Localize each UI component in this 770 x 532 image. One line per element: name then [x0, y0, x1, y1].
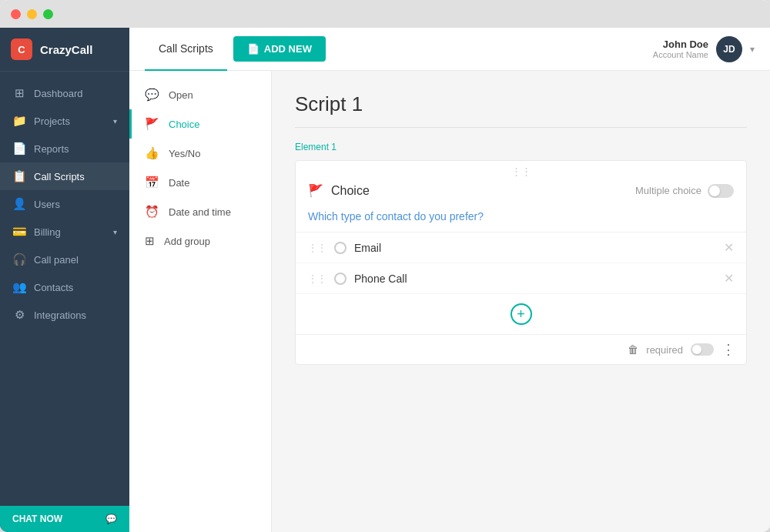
user-menu-chevron-icon[interactable]: ▾ — [750, 44, 755, 55]
sidebar-label-reports: Reports — [34, 143, 69, 155]
sidebar-label-integrations: Integrations — [34, 309, 86, 321]
sidebar-item-users[interactable]: 👤 Users — [0, 190, 129, 218]
maximize-dot[interactable] — [43, 9, 53, 19]
choice-icon: 🚩 — [145, 117, 159, 131]
sidebar-item-billing[interactable]: 💳 Billing ▾ — [0, 218, 129, 246]
minimize-dot[interactable] — [27, 9, 37, 19]
sidebar-item-call-panel[interactable]: 🎧 Call panel — [0, 246, 129, 273]
multiple-choice-toggle[interactable] — [708, 184, 734, 198]
drag-handle[interactable]: ⋮⋮ — [296, 161, 746, 179]
dashboard-icon: ⊞ — [12, 86, 26, 100]
required-toggle-knob — [692, 345, 701, 354]
sidebar-item-dashboard[interactable]: ⊞ Dashboard — [0, 79, 129, 107]
sidebar-label-call-panel: Call panel — [34, 254, 79, 266]
call-panel-icon: 🎧 — [12, 253, 26, 266]
sidebar-label-dashboard: Dashboard — [34, 88, 83, 99]
option-radio-1[interactable] — [334, 242, 346, 254]
panel-label-choice: Choice — [169, 119, 199, 130]
main-content: Call Scripts 📄 ADD NEW John Doe Account … — [129, 28, 770, 532]
add-circle-icon: + — [511, 303, 532, 325]
user-info: John Doe Account Name JD ▾ — [653, 36, 755, 62]
sidebar-label-call-scripts: Call Scripts — [34, 171, 85, 182]
sidebar-item-reports[interactable]: 📄 Reports — [0, 135, 129, 162]
panel-label-yes-no: Yes/No — [169, 148, 200, 159]
yes-no-icon: 👍 — [145, 146, 159, 160]
element-label: Element 1 — [295, 142, 747, 152]
sidebar: C CrazyCall ⊞ Dashboard 📁 Projects ▾ 📄 R… — [0, 28, 129, 532]
header-tabs: Call Scripts — [145, 28, 227, 71]
chat-icon: 💬 — [105, 514, 117, 524]
sidebar-item-projects[interactable]: 📁 Projects ▾ — [0, 107, 129, 135]
header: Call Scripts 📄 ADD NEW John Doe Account … — [129, 28, 770, 71]
panel-label-date: Date — [169, 177, 189, 189]
option-delete-1[interactable]: ✕ — [724, 240, 734, 255]
script-title: Script 1 — [295, 92, 747, 128]
add-new-button[interactable]: 📄 ADD NEW — [233, 36, 326, 62]
logo-title: CrazyCall — [40, 43, 92, 56]
projects-chevron-icon: ▾ — [113, 117, 117, 125]
multiple-choice-label: Multiple choice — [635, 185, 701, 196]
add-option-button[interactable]: + — [296, 294, 746, 334]
chat-now-button[interactable]: CHAT NOW 💬 — [0, 506, 129, 532]
date-time-icon: ⏰ — [145, 205, 159, 219]
integrations-icon: ⚙ — [12, 308, 26, 322]
open-icon: 💬 — [145, 88, 159, 102]
logo-icon: C — [11, 38, 32, 60]
chat-now-label: CHAT NOW — [12, 514, 62, 524]
panel-item-add-group[interactable]: ⊞ Add group — [129, 226, 271, 256]
sidebar-item-integrations[interactable]: ⚙ Integrations — [0, 301, 129, 329]
choice-option-2: ⋮⋮ Phone Call ✕ — [296, 263, 746, 294]
panel-item-choice[interactable]: 🚩 Choice — [129, 109, 271, 139]
required-toggle[interactable] — [691, 343, 714, 356]
tab-call-scripts[interactable]: Call Scripts — [145, 28, 227, 71]
billing-icon: 💳 — [12, 225, 26, 239]
choice-card: ⋮⋮ 🚩 Choice Multiple choice Which type o… — [295, 160, 747, 365]
user-account: Account Name — [653, 50, 708, 59]
required-label: required — [646, 344, 683, 356]
panel-item-date-time[interactable]: ⏰ Date and time — [129, 197, 271, 226]
card-question[interactable]: Which type of contact do you prefer? — [296, 207, 746, 232]
more-options-icon[interactable]: ⋮ — [721, 341, 735, 358]
delete-card-icon[interactable]: 🗑 — [628, 343, 638, 356]
reports-icon: 📄 — [12, 142, 26, 156]
sidebar-item-call-scripts[interactable]: 📋 Call Scripts — [0, 162, 129, 190]
users-icon: 👤 — [12, 197, 26, 211]
script-area: Script 1 Element 1 ⋮⋮ 🚩 Choice Multiple … — [272, 71, 770, 532]
toggle-knob — [709, 186, 720, 196]
billing-chevron-icon: ▾ — [113, 228, 117, 236]
user-name: John Doe — [653, 38, 708, 50]
body-layout: 💬 Open 🚩 Choice 👍 Yes/No 📅 Date — [129, 71, 770, 532]
panel-item-yes-no[interactable]: 👍 Yes/No — [129, 139, 271, 168]
panel-item-open[interactable]: 💬 Open — [129, 80, 271, 109]
close-dot[interactable] — [11, 9, 21, 19]
card-footer: 🗑 required ⋮ — [296, 334, 746, 364]
option-radio-2[interactable] — [334, 273, 346, 285]
option-text-1: Email — [354, 242, 716, 254]
date-icon: 📅 — [145, 176, 159, 189]
panel-label-date-time: Date and time — [169, 206, 231, 218]
choice-option-1: ⋮⋮ Email ✕ — [296, 233, 746, 263]
sidebar-label-contacts: Contacts — [34, 282, 73, 293]
card-choice-icon: 🚩 — [308, 183, 323, 198]
add-new-icon: 📄 — [247, 43, 259, 55]
contacts-icon: 👥 — [12, 280, 26, 294]
panel-item-date[interactable]: 📅 Date — [129, 168, 271, 197]
panel-label-open: Open — [169, 89, 193, 101]
option-drag-icon-2[interactable]: ⋮⋮ — [308, 273, 326, 284]
panel-label-add-group: Add group — [164, 236, 210, 247]
sidebar-nav: ⊞ Dashboard 📁 Projects ▾ 📄 Reports 📋 Cal… — [0, 72, 129, 506]
browser-chrome — [0, 0, 770, 28]
option-drag-icon[interactable]: ⋮⋮ — [308, 243, 326, 253]
sidebar-label-users: Users — [34, 199, 60, 210]
sidebar-logo: C CrazyCall — [0, 28, 129, 72]
add-group-icon: ⊞ — [145, 234, 155, 248]
projects-icon: 📁 — [12, 114, 26, 128]
sidebar-item-contacts[interactable]: 👥 Contacts — [0, 273, 129, 301]
avatar: JD — [716, 36, 742, 62]
left-panel: 💬 Open 🚩 Choice 👍 Yes/No 📅 Date — [129, 71, 272, 532]
sidebar-label-billing: Billing — [34, 226, 61, 238]
option-text-2: Phone Call — [354, 273, 716, 285]
option-delete-2[interactable]: ✕ — [724, 271, 734, 286]
card-header: 🚩 Choice Multiple choice — [296, 179, 746, 207]
card-choice-title: Choice — [331, 184, 635, 198]
